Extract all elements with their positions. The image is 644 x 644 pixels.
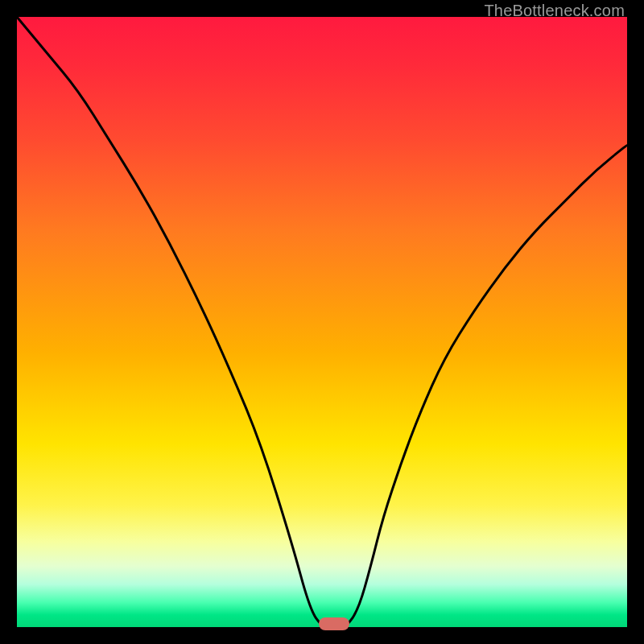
attribution-text: TheBottleneck.com: [484, 2, 625, 20]
bottleneck-curve: [17, 17, 627, 627]
optimal-marker: [319, 617, 349, 630]
plot-area: [17, 17, 627, 627]
chart-frame: TheBottleneck.com: [0, 0, 644, 644]
